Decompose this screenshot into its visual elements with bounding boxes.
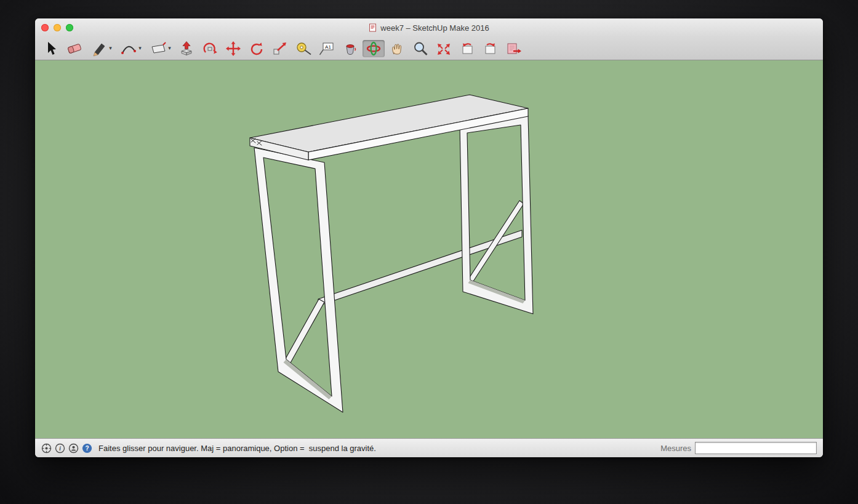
share-model-tool[interactable] [503, 40, 525, 57]
scale-tool[interactable] [269, 40, 291, 57]
offset-arrow-icon [201, 41, 219, 57]
magnifier-icon [411, 41, 430, 57]
geolocation-icon[interactable] [41, 443, 52, 454]
arc-tool[interactable]: ▾ [116, 40, 145, 57]
arc-icon [119, 41, 138, 57]
zoom-extents-tool[interactable] [433, 40, 455, 57]
tape-measure-icon [294, 41, 313, 57]
minimize-button[interactable] [54, 24, 61, 31]
paint-bucket-tool[interactable] [339, 40, 361, 57]
next-view-icon [481, 41, 500, 57]
text-label-icon: A1 [318, 41, 336, 57]
tape-measure-tool[interactable] [292, 40, 315, 57]
pushpull-tool[interactable] [175, 40, 198, 57]
zoom-tool[interactable] [409, 40, 431, 57]
offset-tool[interactable] [199, 40, 221, 57]
shape-dropdown-caret[interactable]: ▾ [168, 46, 171, 51]
model-canvas[interactable] [35, 60, 823, 438]
document-icon [369, 23, 377, 32]
select-tool[interactable] [40, 40, 62, 57]
svg-text:i: i [59, 446, 61, 452]
statusbar: i ? Faites glisser pour naviguer. Maj = … [35, 438, 823, 457]
text-tool[interactable]: A1 [316, 40, 338, 57]
eraser-icon [65, 41, 84, 57]
measures-label: Mesures [660, 444, 691, 453]
next-view-tool[interactable] [479, 40, 502, 57]
arc-dropdown-caret[interactable]: ▾ [138, 46, 142, 51]
pan-hand-icon [388, 41, 406, 57]
help-icon[interactable]: ? [82, 443, 92, 454]
pencil-icon [90, 41, 108, 57]
zoom-extents-arrows-icon [435, 41, 453, 57]
eraser-tool[interactable] [63, 40, 86, 57]
cursor-arrow-icon [42, 41, 60, 57]
move-tool[interactable] [222, 40, 244, 57]
titlebar[interactable]: week7 – SketchUp Make 2016 [35, 18, 823, 37]
pan-tool[interactable] [386, 40, 408, 57]
rotate-tool[interactable] [246, 40, 268, 57]
pushpull-icon [177, 41, 196, 57]
sketchup-window: week7 – SketchUp Make 2016 ▾ [35, 18, 823, 457]
model-right-leg [460, 116, 533, 314]
line-tool[interactable]: ▾ [87, 40, 115, 57]
line-dropdown-caret[interactable]: ▾ [109, 46, 112, 51]
model-right-brace [468, 201, 524, 283]
paint-bucket-icon [341, 41, 359, 57]
viewport[interactable] [35, 60, 823, 438]
window-title: week7 – SketchUp Make 2016 [380, 23, 489, 33]
close-button[interactable] [41, 24, 49, 31]
svg-text:A1: A1 [325, 44, 331, 49]
shape-tool[interactable]: ▾ [146, 40, 174, 57]
user-icon[interactable] [68, 443, 79, 454]
rotate-arrows-icon [247, 41, 266, 57]
previous-view-tool[interactable] [456, 40, 478, 57]
info-icon[interactable]: i [55, 443, 65, 454]
orbit-tool[interactable] [363, 40, 385, 57]
scale-arrow-icon [271, 41, 289, 57]
zoom-window-button[interactable] [66, 24, 73, 31]
traffic-lights [41, 18, 73, 37]
previous-view-icon [458, 41, 476, 57]
toolbar: ▾ ▾ ▾ [35, 37, 823, 60]
share-model-icon [505, 41, 523, 57]
move-arrows-icon [224, 41, 243, 57]
measures-input[interactable] [695, 442, 817, 454]
svg-text:?: ? [85, 445, 89, 452]
status-hint: Faites glisser pour naviguer. Maj = pano… [98, 444, 376, 453]
model-left-brace [284, 299, 324, 365]
orbit-icon [364, 41, 383, 57]
rectangle-icon [149, 41, 167, 57]
